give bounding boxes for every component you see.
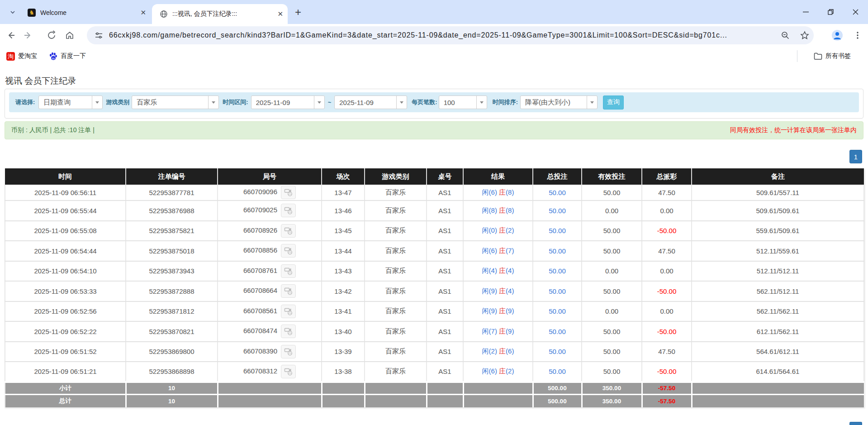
round-id: 660709096 [243, 188, 277, 196]
bookmark-baidu[interactable]: du 百度一下 [49, 52, 86, 61]
video-replay-button[interactable] [281, 224, 296, 238]
reload-button[interactable] [46, 30, 57, 41]
total-row-cell [463, 395, 533, 407]
valid-bet: 50.00 [582, 221, 642, 241]
minimize-button[interactable] [793, 0, 818, 24]
banker-result: 庄(8) [499, 188, 514, 196]
total-bet-link[interactable]: 50.00 [549, 247, 566, 255]
date-end-select[interactable]: 2025-11-09 [334, 96, 407, 109]
menu-dots-icon[interactable] [852, 30, 863, 41]
total-row-cell [427, 395, 463, 407]
video-replay-button[interactable] [281, 325, 296, 338]
pagination-bottom-partial[interactable] [849, 422, 862, 425]
new-tab-button[interactable]: + [295, 6, 301, 19]
column-header: 注单编号 [126, 168, 218, 185]
session: 13-44 [322, 241, 365, 261]
close-window-button[interactable] [843, 0, 868, 24]
pagination-page-1[interactable]: 1 [849, 150, 862, 163]
banker-result: 庄(9) [499, 327, 514, 335]
tab-search-chevron-icon[interactable] [7, 7, 18, 18]
back-button[interactable] [5, 30, 16, 41]
video-replay-button[interactable] [281, 186, 296, 199]
round-number: 660708664 [218, 281, 322, 301]
bookmark-star-icon[interactable] [799, 30, 810, 41]
video-replay-button[interactable] [281, 345, 296, 358]
banker-result: 庄(4) [499, 267, 514, 274]
total-bet-link[interactable]: 50.00 [549, 348, 566, 355]
profile-avatar[interactable] [831, 29, 844, 42]
player-result: 闲(6) [482, 367, 497, 375]
bet-time: 2025-11-09 06:54:10 [5, 261, 126, 282]
video-replay-button[interactable] [281, 365, 296, 378]
all-bookmarks[interactable]: 所有书签 [814, 52, 851, 60]
total-bet-link[interactable]: 50.00 [549, 227, 566, 234]
site-settings-icon[interactable] [93, 30, 104, 41]
forward-button[interactable] [23, 30, 33, 41]
payout: -50.00 [642, 281, 692, 301]
banker-result: 庄(7) [499, 247, 514, 254]
total-bet-link[interactable]: 50.00 [549, 207, 566, 215]
game-type-select[interactable]: 百家乐 [132, 96, 219, 109]
search-button[interactable]: 查询 [603, 96, 624, 110]
date-start-select[interactable]: 2025-11-09 [251, 96, 325, 109]
valid-bet: 50.00 [582, 362, 642, 382]
game-type: 百家乐 [365, 261, 427, 282]
total-bet: 50.00 [533, 221, 582, 241]
round-id: 660708312 [243, 367, 277, 375]
tab-close-icon[interactable]: ✕ [140, 9, 146, 17]
note: 509.61/557.11 [692, 185, 864, 201]
game-type: 百家乐 [365, 321, 427, 342]
page-title: 视讯 会员下注纪录 [5, 75, 76, 87]
bet-time: 2025-11-09 06:52:56 [5, 301, 126, 322]
table-number: AS1 [427, 185, 463, 201]
payout: 0.00 [642, 261, 692, 282]
banker-result: 庄(2) [499, 226, 514, 234]
query-type-select[interactable]: 日期查询 [38, 96, 103, 109]
tab-welcome[interactable]: ♞ Welcome ✕ [20, 4, 151, 21]
zoom-icon[interactable] [780, 30, 791, 41]
bet-time: 2025-11-09 06:51:52 [5, 342, 126, 362]
tab-betrecord[interactable]: :::视讯, 会员下注纪录::: ✕ [152, 4, 288, 24]
payout: 47.50 [642, 185, 692, 201]
column-header: 时间 [5, 168, 126, 185]
total-bet-link[interactable]: 50.00 [549, 287, 566, 295]
tilde-separator: ~ [328, 99, 332, 106]
payout: 47.50 [642, 241, 692, 261]
note: 612.11/562.11 [692, 321, 864, 342]
total-bet-link[interactable]: 50.00 [549, 328, 566, 335]
total-bet-link[interactable]: 50.00 [549, 189, 566, 196]
game-type: 百家乐 [365, 201, 427, 221]
address-bar[interactable]: 66cxkj98.com/game/betrecord_search/kind3… [87, 26, 814, 44]
total-bet-link[interactable]: 50.00 [549, 307, 566, 315]
tab-close-icon[interactable]: ✕ [277, 10, 283, 18]
subtotal-row: 小计10500.00350.00-57.50 [5, 382, 864, 395]
bookmark-taobao[interactable]: 淘 爱淘宝 [6, 52, 37, 61]
restore-button[interactable] [818, 0, 843, 24]
note-red-text: 同局有效投注，统一计算在该局第一张注单内 [730, 126, 857, 134]
video-replay-button[interactable] [281, 284, 296, 298]
valid-bet: 50.00 [582, 185, 642, 201]
payout: 0.00 [642, 201, 692, 221]
home-button[interactable] [64, 30, 75, 41]
note: 512.11/512.11 [692, 261, 864, 282]
video-replay-button[interactable] [281, 264, 296, 278]
valid-bet: 50.00 [582, 241, 642, 261]
table-number: AS1 [427, 221, 463, 241]
total-bet-link[interactable]: 50.00 [549, 267, 566, 275]
total-bet-link[interactable]: 50.00 [549, 368, 566, 375]
sort-select[interactable]: 降幂(由大到小) [520, 96, 598, 109]
bookmarks-divider [797, 50, 797, 62]
per-page-select[interactable]: 100 [439, 96, 487, 109]
note: 509.61/509.61 [692, 201, 864, 221]
payout: -50.00 [642, 362, 692, 382]
taobao-icon: 淘 [6, 52, 15, 61]
total-bet: 50.00 [533, 281, 582, 301]
total-row-cell [322, 395, 365, 407]
column-header: 总投注 [533, 168, 582, 185]
video-replay-button[interactable] [281, 244, 296, 258]
result: 闲(8) 庄(8) [463, 201, 533, 221]
note: 559.61/509.61 [692, 221, 864, 241]
round-number: 660708926 [218, 221, 322, 241]
video-replay-button[interactable] [281, 204, 296, 217]
video-replay-button[interactable] [281, 305, 296, 318]
